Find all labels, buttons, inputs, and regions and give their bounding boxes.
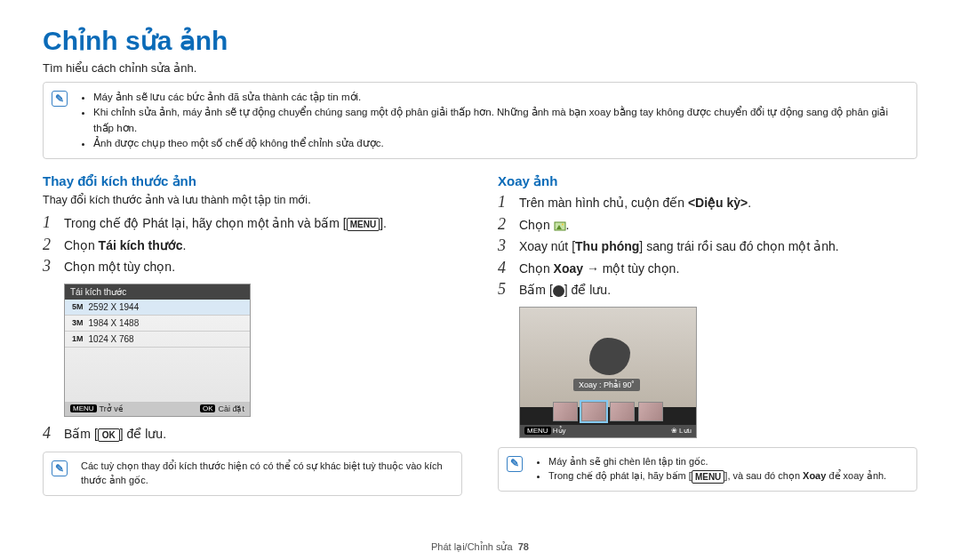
rotate-thumbnails xyxy=(520,402,696,427)
page-intro: Tìm hiểu cách chỉnh sửa ảnh. xyxy=(43,61,917,75)
resize-note: ✎ Các tuỳ chọn thay đổi kích thước hiện … xyxy=(43,452,462,496)
resize-option-1m: 1M1024 X 768 xyxy=(65,332,250,348)
resize-heading: Thay đổi kích thước ảnh xyxy=(43,173,462,189)
rotate-panel-preview: Xoay : Phải 90˚ MENU Hủy ❀ Lưu xyxy=(519,307,697,438)
rotate-step-2: Chọn . xyxy=(519,215,569,235)
top-note-box: ✎ Máy ảnh sẽ lưu các bức ảnh đã sửa thàn… xyxy=(43,82,917,159)
resize-option-3m: 3M1984 X 1488 xyxy=(65,316,250,332)
resize-sub: Thay đổi kích thước ảnh và lưu thành một… xyxy=(43,193,462,206)
resize-step-1: Trong chế độ Phát lại, hãy chọn một ảnh … xyxy=(64,213,387,233)
rotate-tooltip: Xoay : Phải 90˚ xyxy=(573,379,640,391)
rotate-step-3: Xoay nút [Thu phóng] sang trái rồi sau đ… xyxy=(519,236,839,256)
top-note-1: Máy ảnh sẽ lưu các bức ảnh đã sửa thành … xyxy=(93,90,908,105)
rotate-step-1: Trên màn hình chủ, cuộn đến <Diệu kỳ>. xyxy=(519,193,751,212)
rotate-note-2: Trong chế độ phát lại, hãy bấm [MENU], v… xyxy=(548,469,908,484)
resize-panel-preview: Tái kích thước 5M2592 X 1944 3M1984 X 14… xyxy=(64,284,251,417)
rotate-step-4: Chọn Xoay → một tùy chọn. xyxy=(519,259,679,278)
svg-point-2 xyxy=(562,223,564,225)
resize-step-4: Bấm [OK] để lưu. xyxy=(64,424,166,444)
top-note-2: Khi chỉnh sửa ảnh, máy ảnh sẽ tự động ch… xyxy=(93,105,908,136)
menu-button-label: MENU xyxy=(347,218,380,231)
menu-button-label: MENU xyxy=(692,470,724,484)
save-flower-icon xyxy=(553,285,564,297)
section-resize: Thay đổi kích thước ảnh Thay đổi kích th… xyxy=(43,173,462,496)
resize-option-5m: 5M2592 X 1944 xyxy=(65,300,250,316)
rotate-step-5: Bấm [] để lưu. xyxy=(519,280,611,300)
resize-panel-title: Tái kích thước xyxy=(65,284,250,300)
ok-badge: OK xyxy=(200,404,216,412)
note-icon: ✎ xyxy=(507,456,523,472)
menu-badge: MENU xyxy=(70,404,97,412)
rotate-note: ✎ Máy ảnh sẽ ghi chèn lên tập tin gốc. T… xyxy=(498,447,917,492)
top-note-3: Ảnh được chụp theo một số chế độ không t… xyxy=(93,136,908,151)
resize-step-3: Chọn một tùy chọn. xyxy=(64,257,175,276)
rotate-note-1: Máy ảnh sẽ ghi chèn lên tập tin gốc. xyxy=(548,455,908,469)
section-rotate: Xoay ảnh 1 Trên màn hình chủ, cuộn đến <… xyxy=(498,173,917,496)
page-footer: Phát lại/Chỉnh sửa 78 xyxy=(0,541,960,553)
ok-button-label: OK xyxy=(98,428,120,442)
magic-mode-icon xyxy=(554,220,566,232)
resize-step-2: Chọn Tái kích thước. xyxy=(64,236,187,255)
note-icon: ✎ xyxy=(52,91,68,107)
page-title: Chỉnh sửa ảnh xyxy=(43,25,917,56)
rotate-heading: Xoay ảnh xyxy=(498,173,917,189)
menu-badge: MENU xyxy=(524,427,551,435)
note-icon: ✎ xyxy=(52,460,68,476)
